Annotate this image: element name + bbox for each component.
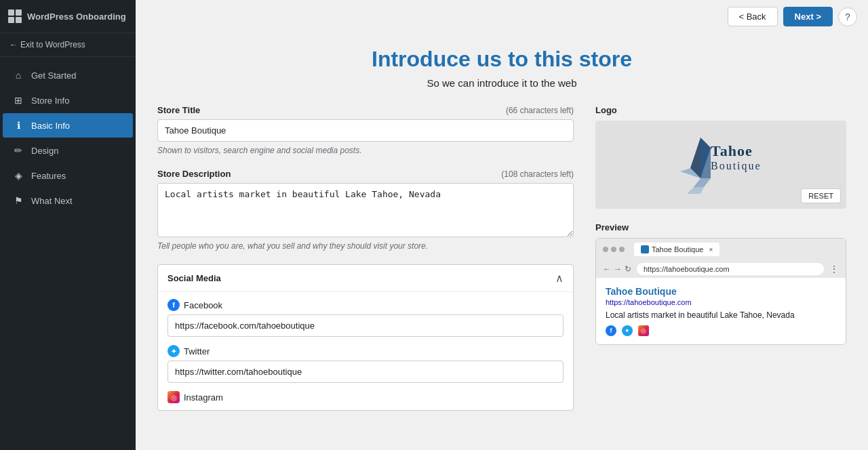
- store-desc-hint: Tell people who you are, what you sell a…: [157, 241, 574, 251]
- svg-marker-1: [701, 138, 711, 178]
- preview-twitter-icon: ✦: [622, 325, 633, 336]
- sidebar-item-what-next[interactable]: ⚑ What Next: [3, 188, 133, 213]
- page-header: Introduce us to this store So we can int…: [136, 33, 868, 105]
- refresh-icon[interactable]: ↻: [625, 264, 631, 274]
- browser-dot-3: [619, 247, 625, 252]
- page-title: Introduce us to this store: [136, 47, 868, 72]
- twitter-icon: ✦: [167, 345, 180, 357]
- sidebar-item-get-started-label: Get Started: [31, 70, 76, 81]
- sidebar-item-what-next-label: What Next: [31, 196, 73, 206]
- preview-site-desc: Local artists market in beautiful Lake T…: [606, 310, 836, 320]
- instagram-item: ◎ Instagram: [167, 391, 564, 403]
- sidebar-item-design[interactable]: ✏ Design: [3, 138, 133, 163]
- facebook-label: Facebook: [184, 300, 222, 310]
- page-subtitle: So we can introduce it to the web: [136, 77, 868, 89]
- social-media-header[interactable]: Social Media ∧: [158, 265, 573, 291]
- help-button[interactable]: ?: [838, 7, 857, 26]
- info-icon: ℹ: [12, 119, 24, 131]
- sidebar-nav: ⌂ Get Started ⊞ Store Info ℹ Basic Info …: [0, 57, 136, 450]
- tahoe-boutique-logo-svg: Tahoe Boutique: [660, 127, 782, 202]
- content-area: Store Title (66 characters left) Shown t…: [136, 105, 868, 450]
- instagram-label-row: ◎ Instagram: [167, 391, 564, 403]
- browser-dots: [603, 247, 625, 252]
- svg-text:Tahoe: Tahoe: [711, 142, 753, 159]
- preview-facebook-icon: f: [606, 325, 616, 336]
- chevron-up-icon: ∧: [555, 272, 564, 285]
- preview-section: Preview Tahoe Boutique ×: [595, 222, 846, 345]
- wordpress-icon: [8, 9, 22, 23]
- twitter-item: ✦ Twitter: [167, 345, 564, 383]
- facebook-icon: f: [167, 299, 180, 311]
- app-title: WordPress Onboarding: [27, 12, 126, 22]
- main-content: < Back Next > ? Introduce us to this sto…: [136, 0, 868, 450]
- store-title-group: Store Title (66 characters left) Shown t…: [157, 105, 574, 155]
- browser-tab: Tahoe Boutique ×: [634, 243, 719, 256]
- sidebar-item-store-info[interactable]: ⊞ Store Info: [3, 88, 133, 112]
- sidebar-item-basic-info[interactable]: ℹ Basic Info: [3, 113, 133, 138]
- facebook-item: f Facebook: [167, 299, 564, 337]
- store-title-hint: Shown to visitors, search engine and soc…: [157, 146, 574, 155]
- back-nav-icon[interactable]: ←: [603, 264, 611, 274]
- design-icon: ✏: [12, 144, 24, 157]
- url-input[interactable]: https://tahoeboutique.com: [637, 263, 824, 275]
- store-desc-chars: (108 characters left): [501, 169, 574, 179]
- store-icon: ⊞: [12, 94, 24, 106]
- store-desc-label: Store Description: [157, 169, 231, 179]
- sidebar: WordPress Onboarding Exit to WordPress ⌂…: [0, 0, 136, 450]
- sidebar-item-basic-info-label: Basic Info: [31, 121, 70, 131]
- logo-reset-button[interactable]: RESET: [801, 188, 841, 203]
- browser-content: Tahoe Boutique https://tahoeboutique.com…: [596, 278, 846, 344]
- social-media-label: Social Media: [167, 273, 221, 283]
- store-title-label: Store Title: [157, 105, 200, 115]
- twitter-label-row: ✦ Twitter: [167, 345, 564, 357]
- preview-instagram-icon: ◎: [638, 325, 649, 336]
- facebook-label-row: f Facebook: [167, 299, 564, 311]
- preview-social-icons: f ✦ ◎: [606, 325, 836, 336]
- tab-close-icon[interactable]: ×: [709, 246, 713, 253]
- forward-nav-icon[interactable]: →: [614, 264, 622, 274]
- topbar: < Back Next > ?: [136, 0, 868, 33]
- sidebar-item-features-label: Features: [31, 171, 66, 181]
- logo-section: Logo: [595, 105, 846, 209]
- preview-site-url: https://tahoeboutique.com: [606, 298, 836, 306]
- logo-box: Tahoe Boutique RESET: [595, 121, 846, 209]
- tab-title: Tahoe Boutique: [652, 245, 703, 253]
- home-icon: ⌂: [12, 69, 24, 81]
- flag-icon: ⚑: [12, 195, 24, 207]
- twitter-input[interactable]: [167, 361, 564, 383]
- browser-dot-1: [603, 247, 608, 252]
- facebook-input[interactable]: [167, 314, 564, 337]
- preview-site-title: Tahoe Boutique: [606, 286, 836, 297]
- store-title-input[interactable]: [157, 119, 574, 142]
- tab-favicon-icon: [641, 245, 649, 253]
- sidebar-header: WordPress Onboarding: [0, 0, 136, 33]
- browser-dot-2: [611, 247, 616, 252]
- svg-text:Boutique: Boutique: [711, 160, 762, 172]
- back-button[interactable]: < Back: [728, 7, 778, 26]
- store-title-chars: (66 characters left): [506, 106, 574, 115]
- svg-marker-3: [694, 178, 711, 187]
- url-more-icon[interactable]: ⋮: [829, 264, 839, 274]
- sidebar-item-store-info-label: Store Info: [31, 96, 69, 106]
- instagram-icon: ◎: [167, 391, 180, 403]
- exit-wordpress-link[interactable]: Exit to WordPress: [0, 33, 136, 57]
- logo-label: Logo: [595, 105, 846, 115]
- next-button[interactable]: Next >: [783, 7, 833, 26]
- browser-bar: Tahoe Boutique ×: [596, 239, 846, 260]
- sidebar-item-design-label: Design: [31, 146, 58, 156]
- store-description-group: Store Description (108 characters left) …: [157, 169, 574, 251]
- features-icon: ◈: [12, 169, 24, 182]
- social-media-section: Social Media ∧ f Facebook: [157, 264, 574, 411]
- store-desc-textarea[interactable]: Local artists market in beautiful Lake T…: [157, 183, 574, 237]
- right-column: Logo: [595, 105, 846, 436]
- browser-url-bar: ← → ↻ https://tahoeboutique.com ⋮: [596, 260, 846, 278]
- twitter-label: Twitter: [184, 346, 210, 356]
- browser-frame: Tahoe Boutique × ← → ↻ https://tahoebout…: [595, 238, 846, 345]
- url-nav-buttons: ← → ↻: [603, 264, 631, 274]
- form-column: Store Title (66 characters left) Shown t…: [157, 105, 574, 436]
- preview-label: Preview: [595, 222, 846, 232]
- sidebar-item-features[interactable]: ◈ Features: [3, 163, 133, 188]
- svg-marker-4: [687, 187, 704, 194]
- sidebar-item-get-started[interactable]: ⌂ Get Started: [3, 63, 133, 87]
- instagram-label: Instagram: [184, 392, 223, 403]
